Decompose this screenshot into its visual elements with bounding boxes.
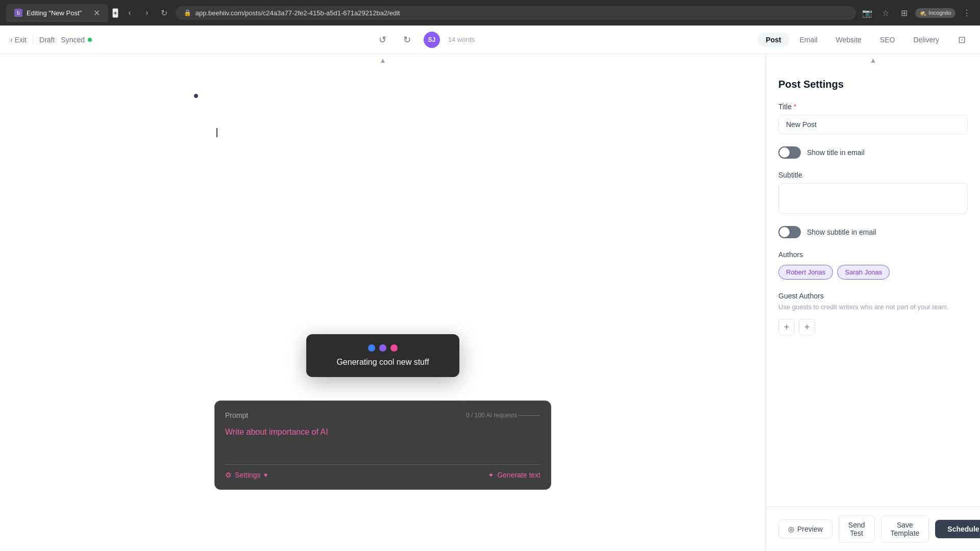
subtitle-field-group: Subtitle [778, 171, 968, 214]
prompt-header: Prompt 0 / 100 AI requests ───── [225, 411, 541, 419]
favicon-icon: b [14, 9, 22, 17]
settings-icon: ⚙ [225, 471, 232, 479]
prompt-footer: ⚙ Settings ▾ ✦ Generate text [225, 464, 541, 479]
send-test-button[interactable]: Send Test [839, 515, 875, 543]
dot-pink [390, 344, 398, 352]
show-subtitle-toggle-row: Show subtitle in email [778, 226, 968, 238]
lock-icon: 🔒 [184, 9, 191, 16]
prompt-textarea[interactable]: Write about importance of AI [225, 425, 541, 456]
guest-authors-title: Guest Authors [778, 292, 968, 300]
editor-cursor [216, 128, 217, 137]
draft-badge[interactable]: Draft [39, 36, 55, 44]
settings-label: Settings [235, 471, 261, 479]
schedule-button[interactable]: Schedule [935, 520, 980, 538]
undo-button[interactable]: ↺ [375, 32, 391, 48]
divider [33, 35, 33, 45]
panel-content: Post Settings Title * Show title in emai… [766, 66, 980, 507]
send-test-label: Send Test [848, 521, 865, 537]
back-arrow-icon: ‹ [10, 36, 13, 44]
eye-icon: ◎ [788, 525, 794, 533]
author-robert-jonas[interactable]: Robert Jonas [778, 265, 833, 280]
title-required: * [794, 103, 796, 111]
menu-button[interactable]: ⋮ [960, 6, 974, 20]
avatar-initials: SJ [428, 36, 435, 43]
draft-label: Draft [39, 36, 55, 44]
generate-label: Generate text [497, 471, 541, 479]
collapse-panel-button[interactable]: ⊡ [953, 32, 970, 48]
top-bar-center: ↺ ↻ SJ 14 words [100, 32, 749, 48]
add-guest-author-button-2[interactable]: + [799, 319, 815, 335]
incognito-label: Incognito [928, 10, 951, 16]
redo-button[interactable]: ↻ [399, 32, 415, 48]
star-icon[interactable]: ☆ [878, 6, 893, 20]
prompt-counter: 0 / 100 AI requests ───── [466, 412, 541, 419]
word-count: 14 words [448, 36, 475, 43]
tab-email[interactable]: Email [792, 33, 826, 47]
camera-icon[interactable]: 📷 [860, 6, 874, 20]
tab-post[interactable]: Post [757, 33, 789, 47]
exit-button[interactable]: ‹ Exit [10, 36, 27, 44]
chevron-down-icon: ▾ [264, 471, 267, 479]
guest-authors-field-group: Guest Authors Use guests to credit write… [778, 292, 968, 335]
top-bar-right: Post Email Website SEO Delivery ⊡ [757, 32, 970, 48]
toggle-knob [779, 147, 790, 158]
ai-generating-popup: Generating cool new stuff [306, 334, 459, 377]
guest-authors-desc: Use guests to credit writers who are not… [778, 303, 968, 311]
dot-blue [368, 344, 375, 352]
browser-tab[interactable]: b Editing "New Post" ✕ [6, 4, 108, 22]
show-title-label: Show title in email [807, 148, 865, 157]
synced-label: Synced [61, 36, 85, 44]
bullet-point [194, 94, 198, 98]
tab-seo[interactable]: SEO [872, 33, 903, 47]
panel-footer: ◎ Preview Send Test Save Template Schedu… [766, 507, 980, 551]
ai-prompt-box[interactable]: Prompt 0 / 100 AI requests ───── Write a… [214, 400, 551, 490]
title-label-text: Title [778, 103, 792, 111]
app-container: ‹ Exit Draft Synced ↺ ↻ SJ 14 words Post… [0, 26, 980, 551]
address-bar[interactable]: 🔒 app.beehiiv.com/posts/c24a3a77-2fe2-41… [176, 6, 856, 20]
top-bar-left: ‹ Exit Draft Synced [10, 35, 92, 45]
authors-list: Robert Jonas Sarah Jonas [778, 265, 968, 280]
scroll-up-button[interactable]: ▲ [379, 54, 386, 66]
synced-dot [88, 38, 92, 42]
new-tab-button[interactable]: + [112, 8, 118, 18]
settings-button[interactable]: ⚙ Settings ▾ [225, 471, 267, 479]
ai-requests-label: AI requests ───── [486, 412, 541, 419]
toggle-knob-subtitle [779, 227, 790, 237]
extensions-icon[interactable]: ⊞ [897, 6, 911, 20]
author-name: Sarah Jonas [845, 268, 882, 276]
show-subtitle-toggle[interactable] [778, 226, 801, 238]
title-field-group: Title * [778, 103, 968, 134]
browser-chrome: b Editing "New Post" ✕ + ‹ › ↻ 🔒 app.bee… [0, 0, 980, 26]
panel-scroll-up[interactable]: ▲ [766, 54, 980, 66]
generating-label: Generating cool new stuff [336, 358, 429, 367]
right-panel: ▲ Post Settings Title * Show title i [766, 54, 980, 551]
incognito-icon: 🕵 [919, 10, 926, 16]
save-template-label: Save Template [891, 521, 920, 537]
tab-website[interactable]: Website [828, 33, 870, 47]
title-input[interactable] [778, 115, 968, 134]
avatar[interactable]: SJ [424, 32, 440, 48]
close-tab-button[interactable]: ✕ [93, 8, 100, 18]
subtitle-input[interactable] [778, 183, 968, 214]
schedule-label: Schedule [947, 525, 979, 533]
author-sarah-jonas[interactable]: Sarah Jonas [837, 265, 890, 280]
prompt-label: Prompt [225, 411, 248, 419]
browser-controls: ‹ › ↻ [122, 6, 172, 20]
subtitle-label-text: Subtitle [778, 171, 802, 179]
forward-button[interactable]: › [140, 6, 154, 20]
save-template-button[interactable]: Save Template [881, 515, 929, 543]
back-button[interactable]: ‹ [122, 6, 137, 20]
generate-button[interactable]: ✦ Generate text [488, 471, 541, 479]
add-guest-author-button[interactable]: + [778, 319, 795, 335]
tab-title: Editing "New Post" [27, 9, 82, 17]
editor-area[interactable]: ▲ Generating cool new stu [0, 54, 766, 551]
refresh-button[interactable]: ↻ [157, 6, 172, 20]
ai-prompt-overlay: Generating cool new stuff Prompt 0 / 100… [214, 395, 551, 490]
title-label: Title * [778, 103, 968, 111]
show-title-toggle[interactable] [778, 146, 801, 159]
preview-button[interactable]: ◎ Preview [778, 519, 832, 539]
exit-label: Exit [15, 36, 27, 44]
tab-delivery[interactable]: Delivery [905, 33, 947, 47]
generating-dots [368, 344, 398, 352]
authors-label: Authors [778, 251, 968, 259]
